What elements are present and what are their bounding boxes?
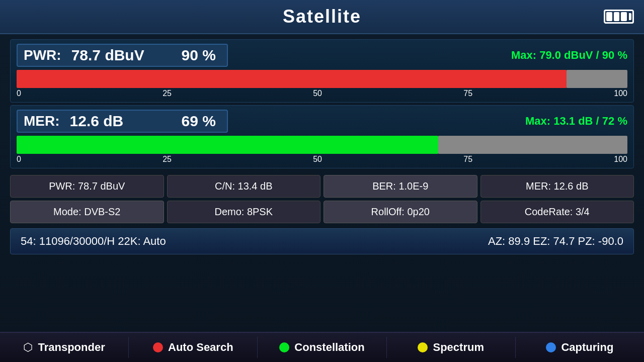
battery-seg-2 — [614, 12, 620, 21]
mer-bar-container — [17, 136, 627, 154]
nav-constellation[interactable]: Constellation — [258, 337, 386, 358]
pwr-scale-75: 75 — [463, 89, 472, 98]
pwr-scale-0: 0 — [17, 89, 21, 98]
mer-bar-gray — [438, 136, 627, 154]
pwr-scale: 0 25 50 75 100 — [17, 89, 627, 98]
info-rolloff: RollOff: 0p20 — [324, 201, 477, 223]
nav-spectrum[interactable]: Spectrum — [387, 337, 516, 358]
page-title: Satellite — [283, 6, 361, 27]
mer-section: MER: 12.6 dB 69 % Max: 13.1 dB / 72 % 0 … — [10, 105, 634, 168]
info-grid: PWR: 78.7 dBuV C/N: 13.4 dB BER: 1.0E-9 … — [10, 175, 634, 223]
pwr-scale-100: 100 — [614, 89, 627, 98]
header: Satellite — [0, 0, 644, 34]
mer-scale-50: 50 — [313, 155, 322, 164]
mer-label-box: MER: 12.6 dB 69 % — [17, 110, 228, 133]
info-mode: Mode: DVB-S2 — [10, 201, 164, 223]
pwr-value: 78.7 dBuV — [71, 47, 144, 64]
mer-header: MER: 12.6 dB 69 % Max: 13.1 dB / 72 % — [17, 110, 627, 133]
main-content: PWR: 78.7 dBuV 90 % Max: 79.0 dBuV / 90 … — [0, 34, 644, 332]
status-right: AZ: 89.9 EZ: 74.7 PZ: -90.0 — [488, 235, 623, 248]
battery-icon — [604, 10, 634, 24]
constellation-icon — [279, 342, 289, 352]
auto-search-label: Auto Search — [168, 341, 233, 354]
info-cn: C/N: 13.4 dB — [167, 175, 321, 198]
mer-bar-fill — [17, 136, 438, 154]
pwr-bar-fill — [17, 70, 567, 88]
info-mer: MER: 12.6 dB — [480, 175, 634, 198]
transponder-label: Transponder — [38, 341, 105, 354]
info-ber: BER: 1.0E-9 — [324, 175, 477, 198]
pwr-bar-wrapper — [17, 70, 627, 88]
pwr-label-box: PWR: 78.7 dBuV 90 % — [17, 44, 228, 67]
capturing-label: Capturing — [561, 341, 613, 354]
pwr-section: PWR: 78.7 dBuV 90 % Max: 79.0 dBuV / 90 … — [10, 39, 634, 103]
mer-bar-wrapper — [17, 136, 627, 154]
screen: Satellite PWR: 78.7 dBuV 90 % Max: 79.0 … — [0, 0, 644, 362]
auto-search-icon — [153, 342, 163, 352]
spectrum-icon — [418, 342, 428, 352]
mer-value: 12.6 dB — [70, 113, 124, 130]
pwr-label: PWR: — [24, 47, 61, 63]
pwr-max: Max: 79.0 dBuV / 90 % — [511, 49, 627, 62]
info-pwr: PWR: 78.7 dBuV — [10, 175, 164, 198]
battery-body — [604, 10, 634, 24]
pwr-header: PWR: 78.7 dBuV 90 % Max: 79.0 dBuV / 90 … — [17, 44, 627, 67]
pwr-bar-container — [17, 70, 627, 88]
pwr-scale-50: 50 — [313, 89, 322, 98]
info-coderate: CodeRate: 3/4 — [480, 201, 634, 223]
nav-capturing[interactable]: Capturing — [516, 337, 644, 358]
capturing-icon — [546, 342, 556, 352]
pwr-scale-25: 25 — [163, 89, 172, 98]
mer-scale-25: 25 — [163, 155, 172, 164]
mer-label: MER: — [24, 113, 60, 129]
mer-scale-0: 0 — [17, 155, 21, 164]
mer-scale: 0 25 50 75 100 — [17, 155, 627, 164]
pwr-bar-gray — [567, 70, 627, 88]
transponder-icon: ⬡ — [23, 341, 33, 354]
mer-scale-75: 75 — [463, 155, 472, 164]
nav-transponder[interactable]: ⬡ Transponder — [0, 337, 129, 358]
spectrum-label: Spectrum — [433, 341, 484, 354]
status-left: 54: 11096/30000/H 22K: Auto — [21, 235, 488, 248]
battery-seg-3 — [621, 12, 627, 21]
bottom-nav: ⬡ Transponder Auto Search Constellation … — [0, 332, 644, 362]
battery-terminal — [629, 13, 631, 20]
mer-scale-100: 100 — [614, 155, 627, 164]
mer-percent: 69 % — [182, 113, 221, 130]
nav-auto-search[interactable]: Auto Search — [129, 337, 258, 358]
battery-seg-1 — [606, 12, 612, 21]
info-demo: Demo: 8PSK — [167, 201, 321, 223]
constellation-label: Constellation — [294, 341, 364, 354]
mer-max: Max: 13.1 dB / 72 % — [525, 115, 627, 128]
status-bar: 54: 11096/30000/H 22K: Auto AZ: 89.9 EZ:… — [10, 228, 634, 254]
pwr-percent: 90 % — [182, 47, 221, 64]
